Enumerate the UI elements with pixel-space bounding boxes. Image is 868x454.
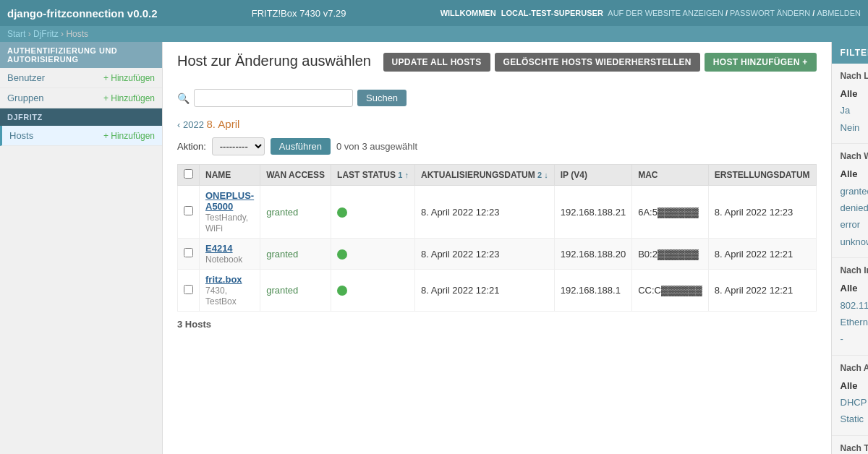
filter-section-title-4: Nach Tags — [841, 443, 868, 453]
gruppen-add-link[interactable]: + Hinzufügen — [103, 93, 155, 103]
row-checkbox-1[interactable] — [178, 239, 200, 270]
filter-link-1-2[interactable]: denied — [841, 200, 868, 216]
status-dot-0 — [337, 207, 347, 218]
djfritz-section-header: DJFRITZ — [0, 108, 162, 126]
update-date-sort-desc[interactable]: 2 ↓ — [537, 171, 548, 179]
filter-section-4: Nach TagsAlle7430Notebook — [832, 436, 868, 454]
row-mac-0: 6A:5▓▓▓▓▓▓ — [632, 186, 709, 239]
col-last-status: LAST STATUS 1 ↑ — [331, 165, 415, 186]
filter-section-3: Nach Address SourceAlleDHCPStatic — [832, 356, 868, 436]
filter-section-title-0: Nach Last Status — [841, 71, 868, 81]
sidebar-item-benutzer[interactable]: Benutzer + Hinzufügen — [0, 68, 162, 88]
filter-link-1-0[interactable]: Alle — [841, 166, 868, 182]
sidebar-item-hosts[interactable]: Hosts + Hinzufügen — [0, 126, 162, 146]
filter-section-title-2: Nach Interface Type — [841, 265, 868, 275]
add-host-button[interactable]: HOST HINZUFÜGEN + — [705, 53, 817, 72]
row-name-main-1[interactable]: E4214 — [205, 243, 233, 254]
hosts-add-link[interactable]: + Hinzufügen — [103, 131, 155, 141]
breadcrumb-start[interactable]: Start — [7, 29, 25, 39]
filter-link-1-4[interactable]: unknown — [841, 234, 868, 250]
row-wan-access-0: granted — [260, 186, 331, 239]
gruppen-label: Gruppen — [7, 93, 44, 103]
filter-link-1-1[interactable]: granted — [841, 183, 868, 200]
row-checkbox-0[interactable] — [178, 186, 200, 239]
row-update-date-1: 8. April 2022 12:23 — [414, 239, 554, 270]
hosts-label: Hosts — [9, 130, 33, 141]
filter-link-3-2[interactable]: Static — [841, 411, 868, 427]
update-hosts-button[interactable]: UPDATE ALL HOSTS — [383, 53, 490, 72]
breadcrumb-current: Hosts — [66, 29, 88, 39]
row-name-main-0[interactable]: ONEPLUS-A5000 — [205, 190, 254, 212]
top-actions: UPDATE ALL HOSTS GELÖSCHTE HOSTS WIEDERH… — [383, 53, 817, 72]
row-wan-access-1: granted — [260, 239, 331, 270]
row-name-2: fritz.box 7430, TestBox — [200, 270, 260, 312]
row-mac-1: B0:2▓▓▓▓▓▓ — [632, 239, 709, 270]
table-row: fritz.box 7430, TestBox granted 8. April… — [178, 270, 817, 312]
row-name-main-2[interactable]: fritz.box — [205, 274, 242, 285]
benutzer-label: Benutzer — [7, 72, 45, 83]
filter-link-3-0[interactable]: Alle — [841, 377, 868, 394]
filter-link-0-0[interactable]: Alle — [841, 85, 868, 102]
col-update-date: AKTUALISIERUNGSDATUM 2 ↓ — [414, 165, 554, 186]
filter-link-3-1[interactable]: DHCP — [841, 394, 868, 411]
restore-deleted-button[interactable]: GELÖSCHTE HOSTS WIEDERHERSTELLEN — [495, 53, 700, 72]
sidebar: AUTHENTIFIZIERUNG UND AUTORISIERUNG Benu… — [0, 42, 163, 454]
row-name-1: E4214 Notebook — [200, 239, 260, 270]
benutzer-add-link[interactable]: + Hinzufügen — [103, 73, 155, 83]
row-checkbox-2[interactable] — [178, 270, 200, 312]
status-dot-2 — [337, 286, 347, 296]
username: LOCAL-TEST-SUPERUSER — [501, 9, 603, 17]
filter-section-2: Nach Interface TypeAlle802.11Ethernet- — [832, 258, 868, 356]
filter-panel: FILTER Nach Last StatusAlleJaNeinNach WA… — [831, 42, 868, 454]
selection-count: 0 von 3 ausgewählt — [336, 141, 417, 152]
table-row: E4214 Notebook granted 8. April 2022 12:… — [178, 239, 817, 270]
table-row: ONEPLUS-A5000 TestHandy, WiFi granted 8.… — [178, 186, 817, 239]
filter-section-0: Nach Last StatusAlleJaNein — [832, 64, 868, 144]
top-header: django-fritzconnection v0.0.2 FRITZ!Box … — [0, 0, 868, 26]
password-change-link[interactable]: PASSWORT ÄNDERN — [730, 9, 810, 17]
row-count: 3 Hosts — [177, 319, 817, 330]
search-input[interactable] — [194, 89, 353, 107]
row-mac-2: CC:C▓▓▓▓▓▓ — [632, 270, 709, 312]
row-last-status-1 — [331, 239, 415, 270]
row-name-0: ONEPLUS-A5000 TestHandy, WiFi — [200, 186, 260, 239]
filter-link-2-0[interactable]: Alle — [841, 280, 868, 296]
filter-link-2-1[interactable]: 802.11 — [841, 297, 868, 314]
search-icon: 🔍 — [177, 93, 190, 104]
main-content: Host zur Änderung auswählen UPDATE ALL H… — [163, 42, 831, 454]
filter-header: FILTER — [832, 42, 868, 64]
welcome-prefix: WILLKOMMEN — [441, 9, 496, 17]
date-back-link[interactable]: ‹ 2022 — [177, 119, 204, 130]
row-create-date-2: 8. April 2022 12:21 — [708, 270, 816, 312]
filter-link-2-3[interactable]: - — [841, 330, 868, 347]
filter-link-1-3[interactable]: error — [841, 216, 868, 233]
filter-link-0-1[interactable]: Ja — [841, 102, 868, 119]
select-all-checkbox[interactable] — [184, 169, 193, 179]
col-create-date: ERSTELLUNGSDATUM — [708, 165, 816, 186]
search-button[interactable]: Suchen — [357, 90, 407, 106]
breadcrumb-djfritz[interactable]: DjFritz — [33, 29, 59, 39]
col-wan-access: WAN ACCESS — [260, 165, 331, 186]
execute-button[interactable]: Ausführen — [271, 138, 331, 155]
action-label: Aktion: — [177, 141, 206, 152]
action-bar: Aktion: --------- Ausführen 0 von 3 ausg… — [177, 137, 817, 155]
logout-link[interactable]: ABMELDEN — [817, 9, 861, 17]
col-mac: MAC — [632, 165, 709, 186]
website-link[interactable]: AUF DER WEBSITE ANZEIGEN — [608, 9, 723, 17]
filter-section-title-3: Nach Address Source — [841, 363, 868, 373]
col-ip-v4: IP (V4) — [554, 165, 631, 186]
col-checkbox — [178, 165, 200, 186]
filter-link-2-2[interactable]: Ethernet — [841, 314, 868, 330]
sidebar-item-gruppen[interactable]: Gruppen + Hinzufügen — [0, 88, 162, 108]
row-create-date-0: 8. April 2022 12:23 — [708, 186, 816, 239]
action-select[interactable]: --------- — [212, 137, 265, 155]
device-info: FRITZ!Box 7430 v7.29 — [252, 8, 346, 19]
row-ip-1: 192.168.188.20 — [554, 239, 631, 270]
last-status-sort-asc[interactable]: 1 ↑ — [398, 171, 409, 179]
row-ip-0: 192.168.188.21 — [554, 186, 631, 239]
filter-link-0-2[interactable]: Nein — [841, 119, 868, 136]
hosts-table: NAME WAN ACCESS LAST STATUS 1 ↑ AKTUALIS… — [177, 164, 817, 312]
row-name-sub-0: TestHandy, WiFi — [205, 213, 248, 234]
row-update-date-2: 8. April 2022 12:21 — [414, 270, 554, 312]
layout: AUTHENTIFIZIERUNG UND AUTORISIERUNG Benu… — [0, 42, 868, 454]
